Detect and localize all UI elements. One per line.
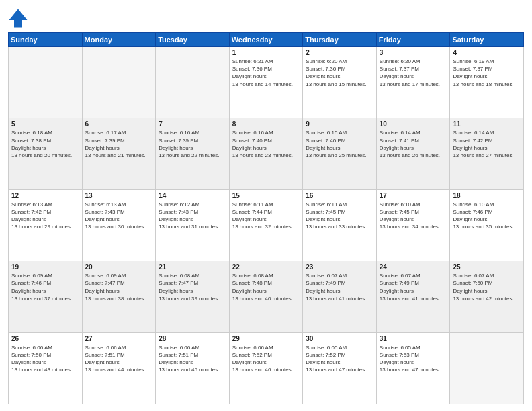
calendar-cell: 19Sunrise: 6:09 AMSunset: 7:46 PMDayligh… xyxy=(9,261,83,332)
calendar-cell: 27Sunrise: 6:06 AMSunset: 7:51 PMDayligh… xyxy=(82,332,156,404)
calendar-cell: 8Sunrise: 6:16 AMSunset: 7:40 PMDaylight… xyxy=(229,118,303,189)
day-info: Sunrise: 6:07 AMSunset: 7:49 PMDaylight … xyxy=(380,272,447,302)
calendar-cell: 6Sunrise: 6:17 AMSunset: 7:39 PMDaylight… xyxy=(82,118,156,189)
day-info: Sunrise: 6:12 AMSunset: 7:43 PMDaylight … xyxy=(159,201,226,231)
calendar-cell: 25Sunrise: 6:07 AMSunset: 7:50 PMDayligh… xyxy=(450,261,524,332)
weekday-header-saturday: Saturday xyxy=(450,33,524,47)
day-number: 28 xyxy=(159,335,226,342)
calendar-cell: 7Sunrise: 6:16 AMSunset: 7:39 PMDaylight… xyxy=(156,118,230,189)
day-info: Sunrise: 6:18 AMSunset: 7:38 PMDaylight … xyxy=(11,129,79,159)
weekday-header-row: SundayMondayTuesdayWednesdayThursdayFrid… xyxy=(9,33,524,47)
calendar-cell: 4Sunrise: 6:19 AMSunset: 7:37 PMDaylight… xyxy=(450,47,524,118)
day-number: 19 xyxy=(11,263,79,271)
day-info: Sunrise: 6:20 AMSunset: 7:37 PMDaylight … xyxy=(380,58,447,88)
day-info: Sunrise: 6:06 AMSunset: 7:52 PMDaylight … xyxy=(232,344,300,374)
calendar-cell: 13Sunrise: 6:13 AMSunset: 7:43 PMDayligh… xyxy=(82,189,156,261)
day-info: Sunrise: 6:06 AMSunset: 7:51 PMDaylight … xyxy=(85,344,153,374)
day-number: 13 xyxy=(85,192,153,199)
day-info: Sunrise: 6:21 AMSunset: 7:36 PMDaylight … xyxy=(232,58,300,88)
calendar-table: SundayMondayTuesdayWednesdayThursdayFrid… xyxy=(8,32,524,404)
day-info: Sunrise: 6:20 AMSunset: 7:36 PMDaylight … xyxy=(306,58,373,88)
day-number: 18 xyxy=(453,192,521,199)
day-info: Sunrise: 6:08 AMSunset: 7:48 PMDaylight … xyxy=(232,272,300,302)
day-number: 31 xyxy=(380,335,447,342)
day-info: Sunrise: 6:11 AMSunset: 7:44 PMDaylight … xyxy=(232,201,300,231)
calendar-cell: 18Sunrise: 6:10 AMSunset: 7:46 PMDayligh… xyxy=(450,189,524,261)
calendar-cell: 23Sunrise: 6:07 AMSunset: 7:49 PMDayligh… xyxy=(303,261,377,332)
day-info: Sunrise: 6:13 AMSunset: 7:42 PMDaylight … xyxy=(11,201,79,231)
calendar-cell: 24Sunrise: 6:07 AMSunset: 7:49 PMDayligh… xyxy=(376,261,450,332)
calendar-cell: 28Sunrise: 6:06 AMSunset: 7:51 PMDayligh… xyxy=(156,332,230,404)
day-info: Sunrise: 6:08 AMSunset: 7:47 PMDaylight … xyxy=(159,272,226,302)
day-number: 3 xyxy=(380,49,447,56)
weekday-header-wednesday: Wednesday xyxy=(229,33,303,47)
calendar-week-row: 19Sunrise: 6:09 AMSunset: 7:46 PMDayligh… xyxy=(9,261,524,332)
weekday-header-sunday: Sunday xyxy=(9,33,83,47)
day-number: 5 xyxy=(11,120,79,128)
day-info: Sunrise: 6:09 AMSunset: 7:47 PMDaylight … xyxy=(85,272,153,302)
day-info: Sunrise: 6:16 AMSunset: 7:39 PMDaylight … xyxy=(159,129,226,159)
day-number: 6 xyxy=(85,120,153,128)
day-number: 27 xyxy=(85,335,153,342)
calendar-week-row: 12Sunrise: 6:13 AMSunset: 7:42 PMDayligh… xyxy=(9,189,524,261)
day-number: 14 xyxy=(159,192,226,199)
day-number: 21 xyxy=(159,263,226,271)
header xyxy=(8,7,524,28)
calendar-week-row: 1Sunrise: 6:21 AMSunset: 7:36 PMDaylight… xyxy=(9,47,524,118)
day-number: 7 xyxy=(159,120,226,128)
day-number: 2 xyxy=(306,49,373,56)
calendar-cell: 11Sunrise: 6:14 AMSunset: 7:42 PMDayligh… xyxy=(450,118,524,189)
calendar-cell: 31Sunrise: 6:05 AMSunset: 7:53 PMDayligh… xyxy=(376,332,450,404)
calendar-cell xyxy=(156,47,230,118)
day-info: Sunrise: 6:05 AMSunset: 7:52 PMDaylight … xyxy=(306,344,373,374)
day-info: Sunrise: 6:17 AMSunset: 7:39 PMDaylight … xyxy=(85,129,153,159)
day-info: Sunrise: 6:13 AMSunset: 7:43 PMDaylight … xyxy=(85,201,153,231)
day-number: 26 xyxy=(11,335,79,342)
logo xyxy=(8,7,32,28)
calendar-cell: 17Sunrise: 6:10 AMSunset: 7:45 PMDayligh… xyxy=(376,189,450,261)
calendar-cell: 9Sunrise: 6:15 AMSunset: 7:40 PMDaylight… xyxy=(303,118,377,189)
calendar-cell: 21Sunrise: 6:08 AMSunset: 7:47 PMDayligh… xyxy=(156,261,230,332)
day-number: 10 xyxy=(380,120,447,128)
day-number: 17 xyxy=(380,192,447,199)
calendar-cell xyxy=(450,332,524,404)
day-info: Sunrise: 6:09 AMSunset: 7:46 PMDaylight … xyxy=(11,272,79,302)
day-info: Sunrise: 6:14 AMSunset: 7:41 PMDaylight … xyxy=(380,129,447,159)
day-info: Sunrise: 6:11 AMSunset: 7:45 PMDaylight … xyxy=(306,201,373,231)
calendar-cell: 26Sunrise: 6:06 AMSunset: 7:50 PMDayligh… xyxy=(9,332,83,404)
day-info: Sunrise: 6:10 AMSunset: 7:45 PMDaylight … xyxy=(380,201,447,231)
calendar-cell: 10Sunrise: 6:14 AMSunset: 7:41 PMDayligh… xyxy=(376,118,450,189)
day-info: Sunrise: 6:07 AMSunset: 7:50 PMDaylight … xyxy=(453,272,521,302)
day-info: Sunrise: 6:05 AMSunset: 7:53 PMDaylight … xyxy=(380,344,447,374)
day-info: Sunrise: 6:06 AMSunset: 7:51 PMDaylight … xyxy=(159,344,226,374)
page: SundayMondayTuesdayWednesdayThursdayFrid… xyxy=(0,0,532,411)
calendar-cell xyxy=(9,47,83,118)
calendar-week-row: 5Sunrise: 6:18 AMSunset: 7:38 PMDaylight… xyxy=(9,118,524,189)
calendar-cell: 20Sunrise: 6:09 AMSunset: 7:47 PMDayligh… xyxy=(82,261,156,332)
day-number: 12 xyxy=(11,192,79,199)
calendar-week-row: 26Sunrise: 6:06 AMSunset: 7:50 PMDayligh… xyxy=(9,332,524,404)
day-info: Sunrise: 6:14 AMSunset: 7:42 PMDaylight … xyxy=(453,129,521,159)
day-info: Sunrise: 6:07 AMSunset: 7:49 PMDaylight … xyxy=(306,272,373,302)
calendar-cell: 5Sunrise: 6:18 AMSunset: 7:38 PMDaylight… xyxy=(9,118,83,189)
day-number: 11 xyxy=(453,120,521,128)
day-info: Sunrise: 6:15 AMSunset: 7:40 PMDaylight … xyxy=(306,129,373,159)
calendar-cell: 16Sunrise: 6:11 AMSunset: 7:45 PMDayligh… xyxy=(303,189,377,261)
day-number: 15 xyxy=(232,192,300,199)
weekday-header-tuesday: Tuesday xyxy=(156,33,230,47)
calendar-cell: 29Sunrise: 6:06 AMSunset: 7:52 PMDayligh… xyxy=(229,332,303,404)
day-number: 1 xyxy=(232,49,300,56)
day-info: Sunrise: 6:06 AMSunset: 7:50 PMDaylight … xyxy=(11,344,79,374)
day-number: 22 xyxy=(232,263,300,271)
day-number: 8 xyxy=(232,120,300,128)
day-number: 9 xyxy=(306,120,373,128)
day-number: 30 xyxy=(306,335,373,342)
weekday-header-monday: Monday xyxy=(82,33,156,47)
day-number: 20 xyxy=(85,263,153,271)
weekday-header-friday: Friday xyxy=(376,33,450,47)
day-number: 23 xyxy=(306,263,373,271)
day-number: 25 xyxy=(453,263,521,271)
calendar-cell: 2Sunrise: 6:20 AMSunset: 7:36 PMDaylight… xyxy=(303,47,377,118)
day-number: 4 xyxy=(453,49,521,56)
calendar-cell: 22Sunrise: 6:08 AMSunset: 7:48 PMDayligh… xyxy=(229,261,303,332)
